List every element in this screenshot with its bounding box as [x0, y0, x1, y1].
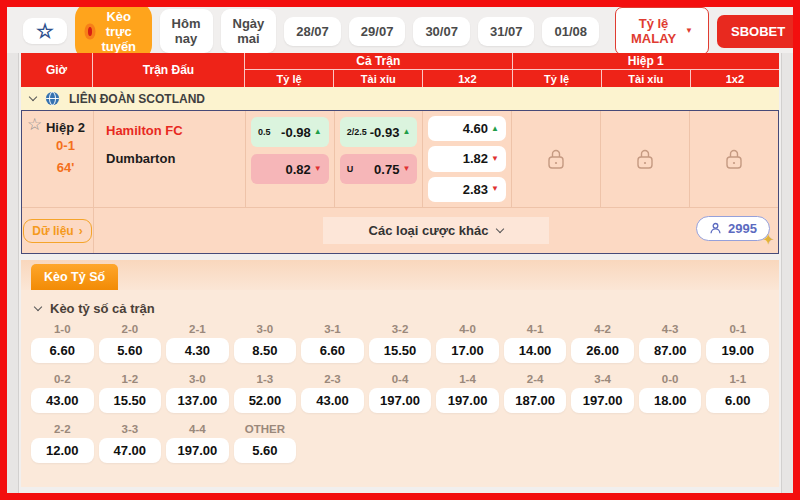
arrow-up-icon: ▲: [402, 128, 410, 136]
favorites-button[interactable]: ☆: [23, 18, 67, 44]
score-odds-chip[interactable]: 17.00: [436, 338, 499, 363]
score-odds-chip[interactable]: 12.00: [31, 438, 94, 463]
score-label: 3-0: [166, 371, 229, 388]
star-icon[interactable]: ☆: [27, 116, 42, 133]
date-tab-01-08[interactable]: 01/08: [542, 17, 599, 46]
date-tab-31-07[interactable]: 31/07: [478, 17, 535, 46]
match-row: ☆ Hiệp 2 0-1 64' Hamilton FC Dumbarton 0…: [22, 111, 778, 207]
data-button[interactable]: Dữ liệu ›: [23, 219, 91, 243]
score-cell: 3-08.50: [234, 321, 297, 363]
h1-sub-1x2: 1x2: [690, 70, 779, 87]
score-label: 2-1: [166, 321, 229, 338]
full-time-header: Cả Trận: [245, 53, 512, 70]
1x2-cell: 4.60▲ 1.82▼ 2.83▼: [423, 111, 512, 207]
score-odds-chip[interactable]: 6.60: [31, 338, 94, 363]
live-odds-button[interactable]: Kèo trực tuyến: [75, 2, 152, 61]
odds-type-label: Tỷ lệ MALAY: [631, 16, 676, 46]
score-cell: 0-4197.00: [369, 371, 432, 413]
score-odds-chip[interactable]: 197.00: [166, 438, 229, 463]
under-odds-value: 0.75: [374, 162, 399, 177]
handicap-odds-down[interactable]: 0.82▼: [251, 154, 329, 184]
score-label: 3-4: [571, 371, 634, 388]
live-score: 0-1: [38, 138, 93, 153]
arrow-down-icon: ▼: [402, 165, 410, 173]
1x2-odds-home[interactable]: 4.60▲: [428, 116, 506, 141]
date-tab-30-07[interactable]: 30/07: [413, 17, 470, 46]
correct-score-title: Kèo tỷ số cả trận: [50, 301, 155, 316]
full-time-odds: 0.5 -0.98▲ 0.82▼ 2/2.5 -0.93▲: [246, 111, 512, 207]
tab-tomorrow[interactable]: Ngày mai: [221, 9, 277, 53]
score-odds-chip[interactable]: 52.00: [234, 388, 297, 413]
correct-score-panel: Kèo tỷ số cả trận 1-06.60 2-05.60 2-14.3…: [21, 290, 779, 487]
over-odds[interactable]: 2/2.5 -0.93▲: [340, 117, 418, 147]
score-cell: 3-16.60: [301, 321, 364, 363]
viewers-pill[interactable]: 2995 ✦: [696, 216, 770, 241]
score-odds-chip[interactable]: 6.00: [706, 388, 769, 413]
ft-sub-odds: Tỷ lệ: [245, 70, 333, 87]
tab-today[interactable]: Hôm nay: [160, 9, 213, 53]
score-cell: 2-14.30: [166, 321, 229, 363]
correct-score-section-header[interactable]: Kèo tỷ số cả trận: [31, 295, 769, 321]
score-odds-chip[interactable]: 187.00: [504, 388, 567, 413]
score-odds-chip[interactable]: 87.00: [639, 338, 702, 363]
score-odds-chip[interactable]: 14.00: [504, 338, 567, 363]
score-cell: 1-215.50: [99, 371, 162, 413]
score-odds-chip[interactable]: 15.50: [369, 338, 432, 363]
under-odds[interactable]: U 0.75▼: [340, 154, 418, 184]
viewers-count: 2995: [728, 221, 757, 236]
date-tab-28-07[interactable]: 28/07: [284, 17, 341, 46]
first-half-header: Hiệp 1: [513, 53, 780, 70]
score-label: 4-2: [571, 321, 634, 338]
score-odds-chip[interactable]: 4.30: [166, 338, 229, 363]
score-odds-chip[interactable]: 197.00: [571, 388, 634, 413]
sparkle-icon: ✦: [763, 232, 774, 247]
tab-correct-score[interactable]: Kèo Tỷ Số: [31, 264, 118, 290]
score-odds-chip[interactable]: 137.00: [166, 388, 229, 413]
score-odds-chip[interactable]: 5.60: [234, 438, 297, 463]
odds-type-dropdown[interactable]: Tỷ lệ MALAY ▼: [615, 7, 709, 55]
score-odds-chip[interactable]: 8.50: [234, 338, 297, 363]
score-odds-chip[interactable]: 19.00: [706, 338, 769, 363]
score-odds-grid: 1-06.60 2-05.60 2-14.30 3-08.50 3-16.60 …: [31, 321, 769, 471]
score-odds-chip[interactable]: 43.00: [31, 388, 94, 413]
score-odds-chip[interactable]: 15.50: [99, 388, 162, 413]
date-tab-29-07[interactable]: 29/07: [349, 17, 406, 46]
under-label: U: [347, 164, 354, 174]
score-odds-chip[interactable]: 5.60: [99, 338, 162, 363]
score-label: 0-4: [369, 371, 432, 388]
score-cell: 1-06.60: [31, 321, 94, 363]
score-odds-chip[interactable]: 18.00: [639, 388, 702, 413]
score-cell: 4-114.00: [504, 321, 567, 363]
app-window: ☆ Kèo trực tuyến Hôm nay Ngày mai 28/07 …: [0, 0, 800, 500]
score-cell: OTHER5.60: [234, 421, 297, 463]
score-odds-chip[interactable]: 6.60: [301, 338, 364, 363]
lock-icon: [634, 146, 656, 172]
more-bets-toggle[interactable]: Các loại cược khác: [323, 217, 550, 244]
bookmaker-dropdown[interactable]: SBOBET ▼: [717, 15, 800, 48]
live-dot-icon: [88, 27, 92, 36]
score-odds-chip[interactable]: 47.00: [99, 438, 162, 463]
score-cell: 0-018.00: [639, 371, 702, 413]
handicap-odds-up[interactable]: 0.5 -0.98▲: [251, 117, 329, 147]
score-odds-chip[interactable]: 43.00: [301, 388, 364, 413]
col-header-match: Trận Đấu: [93, 53, 245, 87]
score-cell: 1-4197.00: [436, 371, 499, 413]
match-minute: 64': [38, 160, 93, 175]
score-label: 2-3: [301, 371, 364, 388]
star-icon: ☆: [36, 21, 54, 41]
league-row[interactable]: LIÊN ĐOÀN SCOTLAND: [21, 87, 779, 110]
score-label: 1-3: [234, 371, 297, 388]
score-label: 0-2: [31, 371, 94, 388]
1x2-odds-away[interactable]: 2.83▼: [428, 177, 506, 202]
teams-cell[interactable]: Hamilton FC Dumbarton: [94, 111, 246, 207]
1x2-odds-draw[interactable]: 1.82▼: [428, 146, 506, 171]
total-line: 2/2.5: [347, 127, 367, 137]
home-team: Hamilton FC: [106, 123, 245, 138]
score-cell: 0-119.00: [706, 321, 769, 363]
right-scrollbar[interactable]: [781, 53, 793, 493]
score-odds-chip[interactable]: 26.00: [571, 338, 634, 363]
score-odds-chip[interactable]: 197.00: [369, 388, 432, 413]
score-label: OTHER: [234, 421, 297, 438]
score-odds-chip[interactable]: 197.00: [436, 388, 499, 413]
score-label: 3-2: [369, 321, 432, 338]
